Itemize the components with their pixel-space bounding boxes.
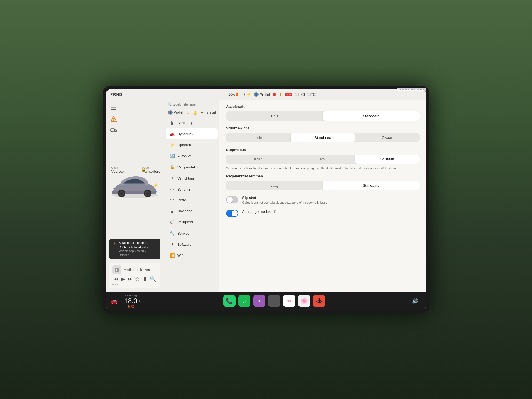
menu-item-service-label: Service — [177, 231, 189, 236]
temp-increase-button[interactable]: › — [139, 298, 140, 303]
hamburger-menu-icon[interactable] — [108, 103, 119, 113]
acceleratie-standaard-button[interactable]: Standaard — [323, 111, 420, 121]
games-app[interactable]: 🕹 — [313, 295, 325, 307]
regeneratief-title: Regeneratief remmen — [226, 174, 420, 178]
stopmodus-section: Stopmodus Kruip Rol Stilstaan Vergroot d… — [226, 148, 420, 171]
menu-item-software[interactable]: ⬇ Software — [166, 239, 218, 250]
regeneratief-standaard-button[interactable]: Standaard — [323, 181, 420, 190]
vergrendeling-icon: 🔒 — [170, 165, 175, 170]
menu-item-dynamiek[interactable]: 🚗 Dynamiek — [166, 128, 218, 139]
favorite-button[interactable]: ☆ — [135, 276, 140, 282]
svg-point-15 — [146, 192, 149, 195]
scherm-icon: ▭ — [170, 187, 175, 192]
camera-app[interactable]: ● — [253, 295, 265, 307]
airbag-icon: ⊘ — [399, 89, 401, 91]
temperature: 13°C — [307, 92, 316, 97]
stopmodus-description: Vergroot de actieradius door meer regene… — [226, 166, 420, 171]
menu-item-veiligheid[interactable]: ⓘ Veiligheid — [166, 216, 218, 228]
menu-item-bediening[interactable]: 🎛 Bediening — [166, 117, 218, 128]
settings-menu: 🎛 Bediening 🚗 Dynamiek ⚡ Opladen 🔄 Autop… — [164, 116, 219, 292]
stopmodus-kruip-button[interactable]: Kruip — [226, 155, 291, 164]
taskbar: 🚗 ‹ Handmatig 18.0 🪑 ⭕ › — [106, 292, 426, 310]
temperature-control: ‹ Handmatig 18.0 🪑 ⭕ › — [121, 294, 140, 308]
opladen-icon: ⚡ — [170, 142, 175, 147]
menu-item-verlichting-label: Verlichting — [177, 176, 194, 180]
stopmodus-stilstaan-button[interactable]: Stilstaan — [355, 155, 420, 164]
aanhanger-toggle[interactable] — [226, 210, 238, 217]
ritten-icon: 〰 — [170, 198, 175, 203]
prev-track-button[interactable]: ⏮ — [114, 276, 119, 282]
menu-item-ritten-label: Ritten — [177, 198, 187, 202]
lte-signal-icon: LTE — [207, 111, 216, 114]
next-track-button[interactable]: ⏭ — [128, 276, 133, 282]
airbag-label: PASSENGER AIRBAG — [402, 89, 424, 91]
menu-item-wifi[interactable]: 📶 Wifi — [166, 250, 218, 261]
regeneratief-laag-button[interactable]: Laag — [226, 181, 323, 190]
slip-start-toggle[interactable] — [226, 196, 238, 203]
flowers-app[interactable]: 🌸 — [298, 295, 310, 307]
svg-rect-2 — [111, 109, 116, 110]
menu-item-dynamiek-label: Dynamiek — [177, 132, 193, 136]
main-content: ! — [106, 100, 426, 292]
stopmodus-rol-button[interactable]: Rol — [291, 155, 355, 164]
media-player: Mediabron kiezen ⏮ ▶ ⏭ ☆ ⏸ 🔍 — [109, 263, 160, 288]
temp-mode-icons: 🪑 ⭕ — [124, 305, 137, 308]
acceleratie-chill-button[interactable]: Chill — [226, 111, 323, 121]
stopmodus-title: Stopmodus — [226, 148, 420, 152]
menu-item-opladen-label: Opladen — [177, 143, 191, 147]
more-icon: ··· — [272, 298, 277, 303]
svg-text:!: ! — [113, 117, 114, 121]
taskbar-nav-right[interactable]: › — [420, 298, 422, 303]
menu-item-service[interactable]: 🔧 Service — [166, 228, 218, 239]
slip-start-desc: Gebruik om het voertuig uit sneeuw, zand… — [242, 201, 420, 205]
regeneratief-section: Regeneratief remmen Laag Standaard — [226, 174, 420, 190]
spotify-app[interactable]: ♫ — [238, 295, 250, 307]
verlichting-icon: ☀ — [170, 176, 175, 181]
temp-decrease-button[interactable]: ‹ — [121, 298, 122, 303]
menu-item-navigatie[interactable]: ▲ Navigatie — [166, 206, 218, 216]
svg-point-7 — [115, 131, 116, 132]
warning-notification[interactable]: ⚠ Betaald opl. niet mog. - Contr. onbeta… — [109, 239, 160, 259]
sos-badge[interactable]: SOS — [285, 93, 292, 96]
menu-item-bediening-label: Bediening — [177, 121, 193, 125]
car-home-icon[interactable]: 🚗 — [110, 297, 118, 305]
phone-app[interactable]: 📞 — [223, 295, 236, 307]
truck-icon[interactable] — [108, 125, 119, 135]
slip-start-row: Slip start Gebruik om het voertuig uit s… — [226, 196, 420, 205]
temp-value: 18.0 — [124, 297, 137, 305]
volume-control[interactable]: 🔊 — [412, 298, 418, 304]
service-icon: 🔧 — [170, 231, 175, 236]
steering-heat-icon: ⭕ — [131, 305, 134, 308]
alert-icon[interactable]: ! — [108, 114, 119, 124]
search-media-button[interactable]: 🔍 — [150, 276, 156, 282]
taskbar-nav-left[interactable]: ‹ — [408, 298, 410, 303]
stuurgewicht-standaard-button[interactable]: Standaard — [291, 133, 355, 142]
search-input[interactable] — [173, 103, 216, 106]
settings-profile-button[interactable]: 👤 Profiel — [168, 110, 183, 115]
more-apps-button[interactable]: ··· — [268, 295, 280, 307]
equalizer-icon[interactable]: ⏸ — [142, 276, 147, 282]
menu-item-vergrendeling[interactable]: 🔒 Vergrendeling — [166, 162, 218, 173]
menu-item-scherm[interactable]: ▭ Scherm — [166, 184, 218, 195]
play-button[interactable]: ▶ — [121, 276, 125, 282]
software-icon: ⬇ — [170, 242, 175, 247]
profile-button[interactable]: 👤 Profiel — [254, 92, 270, 97]
temp-mode-label: Handmatig — [124, 294, 137, 297]
calendar-app[interactable]: 11 — [283, 295, 295, 307]
stuurgewicht-licht-button[interactable]: Licht — [226, 133, 291, 142]
stuurgewicht-btn-group: Licht Standaard Zwaar — [226, 133, 420, 142]
settings-detail-panel: Acceleratie Chill Standaard Stuurgewicht… — [219, 100, 426, 292]
status-bar: PRND 26% ⚡ 👤 Profiel ⬇ SOS 13:26 — [106, 89, 426, 100]
media-source: Mediabron kiezen — [112, 265, 157, 274]
menu-item-verlichting[interactable]: ☀ Verlichting — [166, 173, 218, 184]
menu-item-opladen[interactable]: ⚡ Opladen — [166, 139, 218, 150]
aanhanger-info-icon: ⓘ — [273, 209, 276, 214]
menu-item-autopilot[interactable]: 🔄 Autopilot — [166, 150, 218, 162]
stuurgewicht-zwaar-button[interactable]: Zwaar — [355, 133, 420, 142]
left-panel: ! — [106, 100, 164, 292]
menu-item-ritten[interactable]: 〰 Ritten — [166, 195, 218, 206]
navigatie-icon: ▲ — [170, 209, 175, 213]
menu-item-scherm-label: Scherm — [177, 187, 190, 191]
menu-item-veiligheid-label: Veiligheid — [177, 220, 193, 224]
slip-start-info: Slip start Gebruik om het voertuig uit s… — [242, 196, 420, 205]
